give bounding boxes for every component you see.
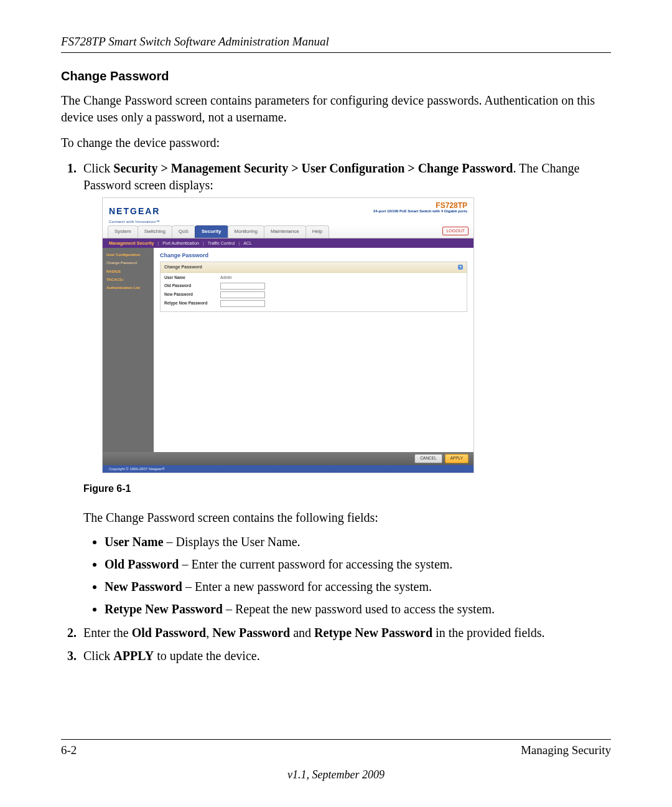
- sidebar-item-user-configuration[interactable]: User Configuration: [105, 252, 151, 258]
- fields-list: User Name – Displays the User Name. Old …: [83, 532, 611, 618]
- step-3: Click APPLY to update the device.: [80, 648, 611, 664]
- row-retype-new-password: Retype New Password: [164, 300, 463, 307]
- model-subtitle: 24-port 10/100 PoE Smart Switch with 4 G…: [373, 209, 467, 213]
- model-name: FS728TP: [373, 202, 467, 209]
- step1-prefix: Click: [83, 161, 113, 175]
- step-1: Click Security > Management Security > U…: [80, 160, 611, 618]
- section-title: Change Password: [61, 69, 611, 83]
- tab-switching[interactable]: Switching: [138, 225, 172, 238]
- step2-mid2: and: [290, 626, 314, 639]
- label-new-password: New Password: [164, 292, 214, 298]
- figure-6-1: NETGEAR Connect with Innovation™ FS728TP…: [102, 197, 611, 473]
- footer-version: v1.1, September 2009: [61, 768, 611, 781]
- intro-paragraph: The Change Password screen contains para…: [61, 92, 611, 126]
- label-retype-new-password: Retype New Password: [164, 301, 214, 306]
- page-number: 6-2: [61, 743, 77, 757]
- step2-mid1: ,: [206, 626, 212, 639]
- desc-retype-new-password: – Repeat the new password used to access…: [223, 602, 495, 616]
- netgear-ui: NETGEAR Connect with Innovation™ FS728TP…: [102, 197, 474, 473]
- term-retype-new-password: Retype New Password: [105, 602, 223, 616]
- sidebar-item-change-password[interactable]: Change Password: [105, 260, 151, 266]
- sidebar-item-radius[interactable]: RADIUS: [105, 268, 151, 275]
- input-new-password[interactable]: [220, 291, 265, 298]
- bullet-retype-new-password: Retype New Password – Repeat the new pas…: [105, 600, 611, 618]
- row-old-password: Old Password: [164, 283, 463, 290]
- step3-prefix: Click: [83, 649, 113, 663]
- figure-caption: Figure 6-1: [83, 482, 611, 496]
- bullet-new-password: New Password – Enter a new password for …: [105, 577, 611, 596]
- step3-suffix: to update the device.: [154, 649, 260, 663]
- step2-t1: Old Password: [132, 626, 206, 639]
- panel-title: Change Password: [160, 252, 467, 259]
- step3-term: APPLY: [113, 649, 154, 663]
- label-user-name: User Name: [164, 275, 214, 281]
- main-tabs: System Switching QoS Security Monitoring…: [103, 225, 474, 238]
- step2-t2: New Password: [212, 626, 290, 639]
- label-old-password: Old Password: [164, 283, 214, 289]
- desc-new-password: – Enter a new password for accessing the…: [182, 580, 432, 593]
- desc-user-name: – Displays the User Name.: [164, 535, 301, 549]
- term-new-password: New Password: [105, 580, 182, 593]
- term-user-name: User Name: [105, 535, 164, 549]
- action-bar: CANCEL APPLY: [103, 452, 474, 465]
- subnav-management-security[interactable]: Management Security: [109, 240, 154, 246]
- fields-intro: The Change Password screen contains the …: [83, 509, 611, 526]
- step2-prefix: Enter the: [83, 626, 132, 639]
- lead-text: To change the device password:: [61, 134, 611, 151]
- tab-help[interactable]: Help: [306, 225, 329, 238]
- subnav: Management Security| Port Authentication…: [103, 238, 474, 248]
- term-old-password: Old Password: [105, 557, 179, 571]
- ui-topbar: NETGEAR Connect with Innovation™ FS728TP…: [103, 198, 474, 225]
- steps-list: Click Security > Management Security > U…: [61, 160, 611, 664]
- cancel-button[interactable]: CANCEL: [414, 454, 442, 463]
- ui-copyright: Copyright © 1996-2007 Netgear®: [103, 465, 474, 473]
- footer: 6-2 Managing Security: [61, 743, 611, 757]
- tab-monitoring[interactable]: Monitoring: [228, 225, 264, 238]
- logo-block: NETGEAR Connect with Innovation™: [109, 202, 160, 224]
- bullet-user-name: User Name – Displays the User Name.: [105, 532, 611, 551]
- logo-tagline: Connect with Innovation™: [109, 219, 160, 224]
- change-password-panel: Change Password ? User Name Admin: [160, 262, 467, 311]
- apply-button[interactable]: APPLY: [445, 454, 469, 463]
- tab-security[interactable]: Security: [195, 225, 228, 238]
- desc-old-password: – Enter the current password for accessi…: [179, 557, 452, 571]
- row-user-name: User Name Admin: [164, 275, 463, 281]
- step2-t3: Retype New Password: [314, 626, 432, 639]
- netgear-logo: NETGEAR: [109, 206, 160, 216]
- subnav-traffic-control[interactable]: Traffic Control: [208, 240, 235, 246]
- row-new-password: New Password: [164, 291, 463, 298]
- tab-qos[interactable]: QoS: [172, 225, 195, 238]
- input-old-password[interactable]: [220, 283, 265, 290]
- step-2: Enter the Old Password, New Password and…: [80, 625, 611, 641]
- logout-button[interactable]: LOGOUT: [442, 227, 469, 235]
- subnav-acl[interactable]: ACL: [243, 240, 252, 246]
- sidebar-item-tacacs[interactable]: TACACS+: [105, 276, 151, 283]
- header-rule: [61, 52, 611, 53]
- tab-system[interactable]: System: [108, 225, 138, 238]
- model-block: FS728TP 24-port 10/100 PoE Smart Switch …: [373, 202, 467, 213]
- ui-content: Change Password Change Password ? User N…: [154, 248, 474, 452]
- running-head: FS728TP Smart Switch Software Administra…: [61, 35, 611, 49]
- panel-head: Change Password ?: [161, 262, 467, 272]
- sidebar: User Configuration Change Password RADIU…: [103, 248, 154, 452]
- bullet-old-password: Old Password – Enter the current passwor…: [105, 555, 611, 573]
- footer-rule: [61, 739, 611, 740]
- input-retype-new-password[interactable]: [220, 300, 265, 307]
- ui-main: User Configuration Change Password RADIU…: [103, 248, 474, 452]
- chapter-title: Managing Security: [521, 743, 611, 757]
- panel-head-label: Change Password: [164, 264, 202, 270]
- step2-suffix: in the provided fields.: [432, 626, 545, 639]
- tab-maintenance[interactable]: Maintenance: [264, 225, 306, 238]
- value-user-name: Admin: [220, 275, 231, 281]
- help-icon[interactable]: ?: [458, 265, 463, 270]
- panel-body: User Name Admin Old Password New Passwor…: [161, 273, 467, 311]
- document-page: FS728TP Smart Switch Software Administra…: [0, 0, 672, 806]
- sidebar-item-authentication-list[interactable]: Authentication List: [105, 285, 151, 291]
- subnav-port-authentication[interactable]: Port Authentication: [162, 240, 199, 246]
- step1-path: Security > Management Security > User Co…: [113, 161, 513, 175]
